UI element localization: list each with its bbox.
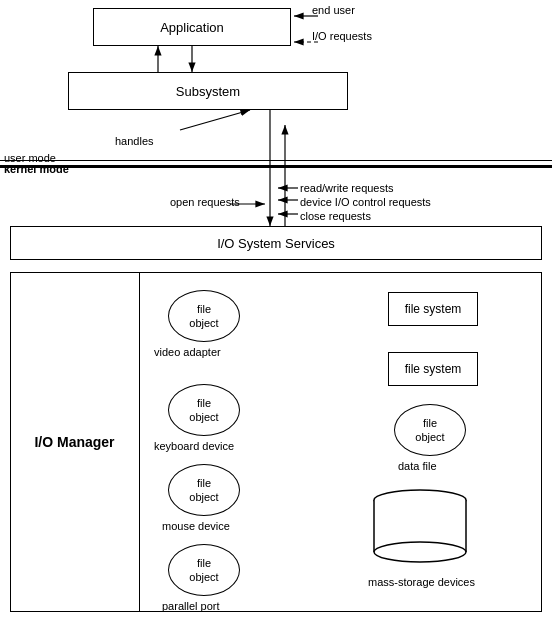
close-requests-arrow-label: close requests (300, 210, 371, 222)
file-system-box-1: file system (388, 292, 478, 326)
file-object-datafile: fileobject (394, 404, 466, 456)
keyboard-device-label: keyboard device (154, 440, 234, 452)
subsystem-box: Subsystem (68, 72, 348, 110)
file-object-video-label: fileobject (189, 302, 218, 331)
device-io-arrow-label: device I/O control requests (300, 196, 431, 208)
application-label: Application (160, 20, 224, 35)
read-write-arrow-label: read/write requests (300, 182, 394, 194)
file-object-mouse-label: fileobject (189, 476, 218, 505)
file-object-keyboard-label: fileobject (189, 396, 218, 425)
file-object-parallel-label: fileobject (189, 556, 218, 585)
file-object-mouse: fileobject (168, 464, 240, 516)
end-user-arrow-label: end user (312, 4, 355, 16)
file-system-box-2: file system (388, 352, 478, 386)
io-manager-label: I/O Manager (34, 434, 114, 450)
file-object-datafile-label: fileobject (415, 416, 444, 445)
diagram: Application Subsystem user mode kernel m… (0, 0, 552, 620)
handles-arrow-label: handles (115, 135, 154, 147)
io-services-label: I/O System Services (217, 236, 335, 251)
file-system-1-label: file system (405, 302, 462, 316)
svg-line-11 (180, 110, 250, 130)
file-object-parallel: fileobject (168, 544, 240, 596)
mass-storage-label: mass-storage devices (368, 576, 475, 588)
file-system-2-label: file system (405, 362, 462, 376)
mouse-device-label: mouse device (162, 520, 230, 532)
application-box: Application (93, 8, 291, 46)
parallel-port-label: parallel port (162, 600, 219, 612)
data-file-label: data file (398, 460, 437, 472)
user-kernel-thick-line (0, 165, 552, 168)
io-manager-label-box: I/O Manager (10, 272, 140, 612)
user-kernel-thin-line (0, 160, 552, 161)
io-services-box: I/O System Services (10, 226, 542, 260)
subsystem-label: Subsystem (176, 84, 240, 99)
file-object-keyboard: fileobject (168, 384, 240, 436)
open-requests-arrow-label: open requests (170, 196, 240, 208)
svg-point-4 (374, 542, 466, 562)
mass-storage-cylinder (370, 488, 470, 568)
file-object-video: fileobject (168, 290, 240, 342)
io-requests-arrow-label: I/O requests (312, 30, 372, 42)
video-adapter-label: video adapter (154, 346, 221, 358)
